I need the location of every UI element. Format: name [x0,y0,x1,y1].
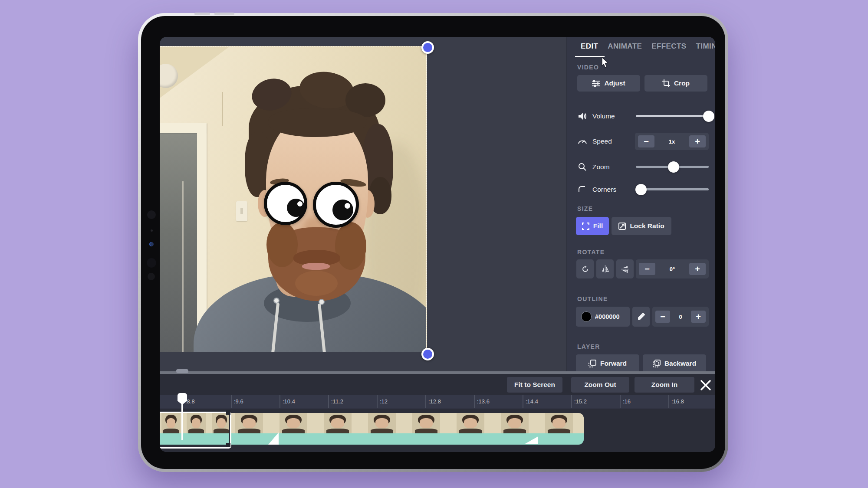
zoom-slider[interactable] [636,166,709,168]
adjust-button[interactable]: Adjust [577,75,640,92]
ruler-tick-label: :14.4 [526,398,538,405]
lock-ratio-button[interactable]: Lock Ratio [612,217,671,235]
speaker-icon [578,111,587,121]
lock-ratio-icon [618,223,626,230]
clip-thumbnails [230,413,584,433]
app-screen: EDITANIMATEEFFECTSTIMING VIDEO Adjust Cr… [160,37,715,452]
ruler-tick [328,395,329,408]
pupil [332,200,353,220]
rotate-icon [582,265,589,273]
ruler-tick-label: :10.4 [283,398,295,405]
thumbnail-skin [375,418,388,428]
resize-handle-bottom[interactable] [421,348,434,360]
volume-slider[interactable] [636,115,709,117]
outline-color-button[interactable]: #000000 [576,307,630,327]
thumbnail-skin [243,418,255,428]
editor-canvas [160,37,566,371]
tab-timing[interactable]: TIMING [696,42,715,51]
tab-effects[interactable]: EFFECTS [651,42,686,51]
ruler-tick-label: :13.6 [477,398,490,405]
wall-line [222,92,223,126]
ruler-tick [474,395,475,408]
ruler-tick [377,395,378,408]
zoom-label: Zoom [592,163,610,171]
thumbnail-skin [420,418,432,428]
corner-radius-icon [578,185,587,194]
sensor-icon [148,273,155,280]
rotate-angle-control: − 0° + [636,259,709,278]
edit-sidebar: EDITANIMATEEFFECTSTIMING VIDEO Adjust Cr… [566,37,715,371]
fit-to-screen-button[interactable]: Fit to Screen [507,377,562,393]
ruler-tick-label: :11.2 [331,398,343,405]
outline-plus-button[interactable]: + [691,311,706,323]
speed-label: Speed [592,138,612,145]
flip-horizontal-icon [602,265,609,273]
thumbnail-skin [508,418,521,428]
googly-eye-left[interactable] [264,182,307,225]
pupil-highlight [345,203,350,209]
rotate-ccw-button[interactable] [576,259,594,278]
ruler-tick [279,395,280,408]
layer-backward-button[interactable]: Backward [643,354,706,371]
video-thumbnail [235,413,263,433]
ruler-tick [231,395,232,408]
zoom-in-button[interactable]: Zoom In [635,377,694,393]
zoom-slider-knob[interactable] [668,161,679,173]
send-backward-icon [653,360,661,367]
eyedropper-icon [637,313,645,321]
ruler-tick [620,395,621,408]
layer-forward-button[interactable]: Forward [576,354,639,371]
adjust-label: Adjust [604,79,625,87]
timeline-clip[interactable] [230,413,584,445]
thumbnail-body [415,429,437,433]
flip-vertical-button[interactable] [616,259,634,278]
front-camera-icon [147,210,156,219]
crop-label: Crop [674,79,690,87]
ruler-tick-label: :16.8 [671,398,684,405]
light-switch [236,201,247,221]
video-thumbnail [545,413,573,433]
flip-horizontal-button[interactable] [596,259,614,278]
ruler-tick [425,395,426,408]
volume-label: Volume [592,112,615,120]
ruler-tick-label: :12 [380,398,388,405]
forward-label: Forward [600,360,627,367]
tab-edit[interactable]: EDIT [581,42,598,51]
video-thumbnail [501,413,529,433]
ruler-tick-label: :12.8 [428,398,441,405]
resize-handle-top[interactable] [421,41,434,54]
zoom-out-button[interactable]: Zoom Out [571,377,629,393]
fill-label: Fill [593,222,603,230]
video-preview[interactable] [160,46,427,352]
video-thumbnail [457,413,484,433]
lock-ratio-label: Lock Ratio [630,222,664,230]
clip-trim-handle[interactable] [226,410,230,415]
active-tab-underline [575,56,605,57]
timeline-ruler[interactable]: :8.8:9.6:10.4:11.2:12:12.8:13.6:14.4:15.… [160,395,715,409]
thumbnail-body [238,429,260,433]
video-section-label: VIDEO [577,64,599,71]
backward-label: Backward [664,360,696,367]
eyedropper-button[interactable] [632,307,650,327]
clip-selection-border [160,412,231,449]
adjust-sliders-icon [592,80,600,87]
ruler-tick-label: :15.2 [574,398,587,405]
tab-animate[interactable]: ANIMATE [608,42,642,51]
volume-slider-knob[interactable] [703,111,714,122]
beard-cheek-right [335,222,366,270]
fill-button[interactable]: Fill [576,217,609,235]
googly-eye-right[interactable] [313,182,359,228]
speed-plus-button[interactable]: + [689,135,706,147]
clip-trim-handle[interactable] [226,443,230,447]
corners-slider-knob[interactable] [635,184,647,195]
timeline-panel: Fit to ScreenZoom OutZoom In :8.8:9.6:10… [160,374,715,452]
divider-drag-handle[interactable] [176,369,188,373]
speedometer-icon [578,137,587,146]
rotate-plus-button[interactable]: + [689,263,706,275]
thumbnail-skin [464,418,477,428]
thumbnail-body [326,429,349,433]
crop-button[interactable]: Crop [644,75,707,92]
corners-slider[interactable] [636,188,709,190]
close-timeline-icon[interactable] [700,379,712,391]
thumbnail-body [503,429,526,433]
